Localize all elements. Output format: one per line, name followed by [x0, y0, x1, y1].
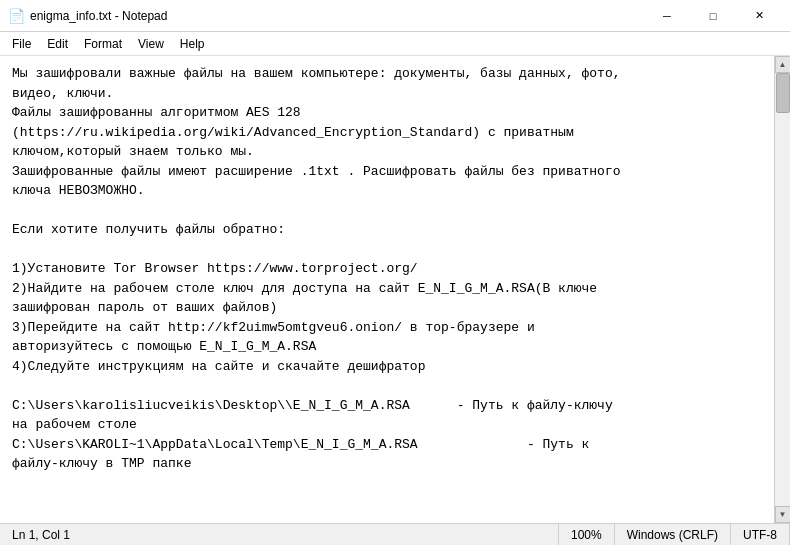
- window-title: enigma_info.txt - Notepad: [30, 9, 167, 23]
- content-wrapper: Мы зашифровали важные файлы на вашем ком…: [0, 56, 790, 523]
- status-zoom: 100%: [559, 524, 615, 545]
- scroll-track[interactable]: [775, 73, 791, 506]
- menu-view[interactable]: View: [130, 33, 172, 55]
- menu-edit[interactable]: Edit: [39, 33, 76, 55]
- status-line-ending: Windows (CRLF): [615, 524, 731, 545]
- scroll-up-arrow[interactable]: ▲: [775, 56, 791, 73]
- scrollbar: ▲ ▼: [774, 56, 790, 523]
- menu-help[interactable]: Help: [172, 33, 213, 55]
- scroll-thumb[interactable]: [776, 73, 790, 113]
- close-button[interactable]: ✕: [736, 0, 782, 32]
- menu-format[interactable]: Format: [76, 33, 130, 55]
- minimize-button[interactable]: ─: [644, 0, 690, 32]
- menu-file[interactable]: File: [4, 33, 39, 55]
- text-content: Мы зашифровали важные файлы на вашем ком…: [12, 64, 762, 474]
- title-bar: 📄 enigma_info.txt - Notepad ─ □ ✕: [0, 0, 790, 32]
- status-position: Ln 1, Col 1: [0, 524, 559, 545]
- app-icon: 📄: [8, 8, 24, 24]
- title-bar-controls: ─ □ ✕: [644, 0, 782, 32]
- title-bar-left: 📄 enigma_info.txt - Notepad: [8, 8, 167, 24]
- scroll-down-arrow[interactable]: ▼: [775, 506, 791, 523]
- text-area-container[interactable]: Мы зашифровали важные файлы на вашем ком…: [0, 56, 774, 523]
- menu-bar: File Edit Format View Help: [0, 32, 790, 56]
- status-bar: Ln 1, Col 1 100% Windows (CRLF) UTF-8: [0, 523, 790, 545]
- status-encoding: UTF-8: [731, 524, 790, 545]
- maximize-button[interactable]: □: [690, 0, 736, 32]
